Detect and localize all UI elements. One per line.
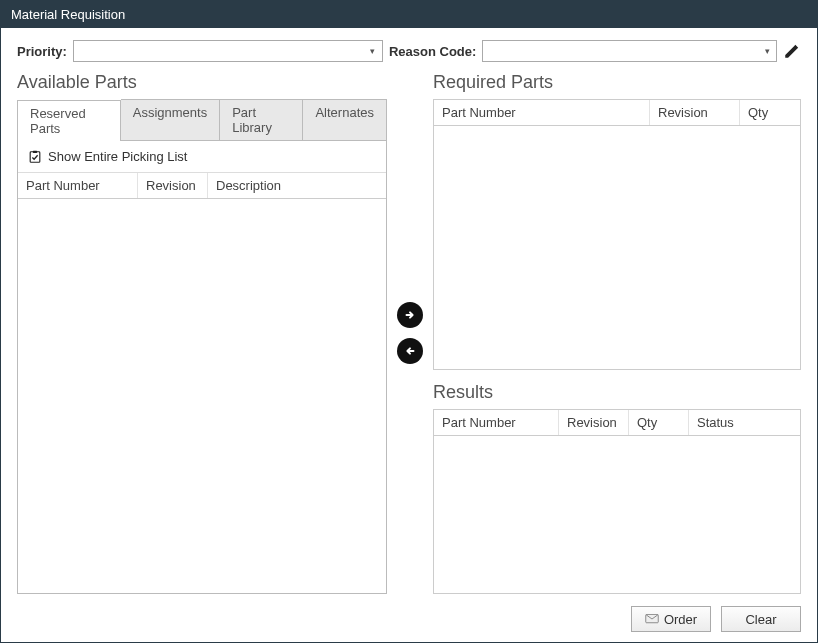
col-res-status[interactable]: Status <box>689 410 800 435</box>
tab-alternates[interactable]: Alternates <box>303 99 387 140</box>
right-column: Required Parts Part Number Revision Qty … <box>433 72 801 594</box>
results-section: Results Part Number Revision Qty Status <box>433 382 801 595</box>
results-grid-header: Part Number Revision Qty Status <box>434 410 800 436</box>
col-res-part-number[interactable]: Part Number <box>434 410 559 435</box>
available-parts-title: Available Parts <box>17 72 387 93</box>
chevron-down-icon: ▾ <box>758 41 776 61</box>
results-title: Results <box>433 382 801 403</box>
transfer-buttons <box>387 72 433 594</box>
available-parts-tabs: Reserved Parts Assignments Part Library … <box>17 99 387 141</box>
footer-buttons: Order Clear <box>17 594 801 632</box>
move-right-button[interactable] <box>397 302 423 328</box>
priority-select[interactable]: ▾ <box>73 40 383 62</box>
show-picking-list-label: Show Entire Picking List <box>48 149 187 164</box>
reason-code-label: Reason Code: <box>389 44 476 59</box>
required-parts-title: Required Parts <box>433 72 801 93</box>
required-parts-grid: Part Number Revision Qty <box>433 99 801 370</box>
order-button[interactable]: Order <box>631 606 711 632</box>
arrow-left-icon <box>403 344 417 358</box>
available-grid-header: Part Number Revision Description <box>18 173 386 199</box>
clipboard-check-icon <box>28 150 42 164</box>
window-content: Priority: ▾ Reason Code: ▾ Available Par… <box>1 28 817 642</box>
results-grid-body[interactable] <box>434 436 800 594</box>
window-title: Material Requisition <box>11 7 125 22</box>
tab-part-library[interactable]: Part Library <box>220 99 303 140</box>
col-revision[interactable]: Revision <box>138 173 208 198</box>
material-requisition-window: Material Requisition Priority: ▾ Reason … <box>0 0 818 643</box>
col-res-qty[interactable]: Qty <box>629 410 689 435</box>
arrow-right-icon <box>403 308 417 322</box>
available-parts-grid: Part Number Revision Description <box>18 172 386 593</box>
order-label: Order <box>664 612 697 627</box>
reason-code-select[interactable]: ▾ <box>482 40 777 62</box>
show-picking-list-row[interactable]: Show Entire Picking List <box>18 141 386 172</box>
window-titlebar: Material Requisition <box>1 1 817 28</box>
clear-button[interactable]: Clear <box>721 606 801 632</box>
col-req-revision[interactable]: Revision <box>650 100 740 125</box>
tab-assignments[interactable]: Assignments <box>121 99 220 140</box>
tab-reserved-parts[interactable]: Reserved Parts <box>17 100 121 141</box>
reserved-parts-panel: Show Entire Picking List Part Number Rev… <box>17 141 387 594</box>
edit-reason-button[interactable] <box>783 42 801 60</box>
required-grid-header: Part Number Revision Qty <box>434 100 800 126</box>
required-parts-section: Required Parts Part Number Revision Qty <box>433 72 801 370</box>
col-part-number[interactable]: Part Number <box>18 173 138 198</box>
priority-label: Priority: <box>17 44 67 59</box>
available-grid-body[interactable] <box>18 199 386 593</box>
clear-label: Clear <box>745 612 776 627</box>
available-parts-panel: Available Parts Reserved Parts Assignmen… <box>17 72 387 594</box>
required-grid-body[interactable] <box>434 126 800 369</box>
col-req-part-number[interactable]: Part Number <box>434 100 650 125</box>
pencil-icon <box>783 42 801 60</box>
col-res-revision[interactable]: Revision <box>559 410 629 435</box>
main-area: Available Parts Reserved Parts Assignmen… <box>17 72 801 594</box>
chevron-down-icon: ▾ <box>364 41 382 61</box>
results-grid: Part Number Revision Qty Status <box>433 409 801 595</box>
mail-icon <box>645 614 659 624</box>
move-left-button[interactable] <box>397 338 423 364</box>
col-description[interactable]: Description <box>208 173 386 198</box>
svg-rect-0 <box>30 151 40 162</box>
svg-rect-1 <box>33 150 37 152</box>
col-req-qty[interactable]: Qty <box>740 100 800 125</box>
top-filter-row: Priority: ▾ Reason Code: ▾ <box>17 40 801 62</box>
